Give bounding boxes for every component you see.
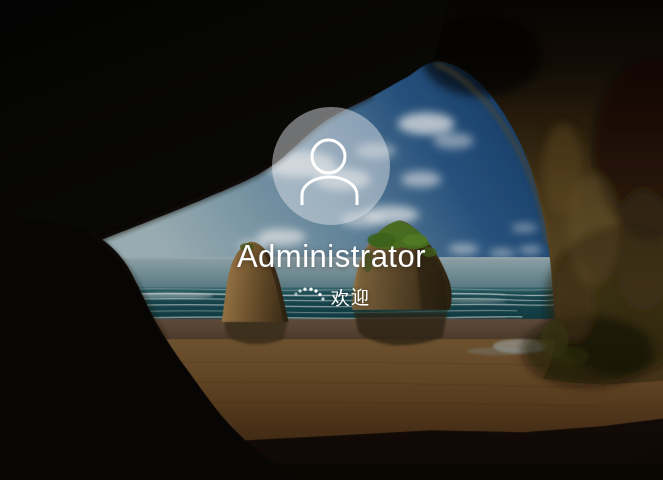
progress-dots-spinner-icon	[292, 287, 326, 303]
user-avatar[interactable]	[272, 107, 390, 225]
welcome-status: 欢迎	[0, 286, 663, 308]
username-label: Administrator	[0, 239, 663, 275]
welcome-text: 欢迎	[331, 288, 371, 308]
sign-in-screen: Administrator 欢迎	[0, 0, 663, 480]
person-icon	[272, 107, 390, 225]
